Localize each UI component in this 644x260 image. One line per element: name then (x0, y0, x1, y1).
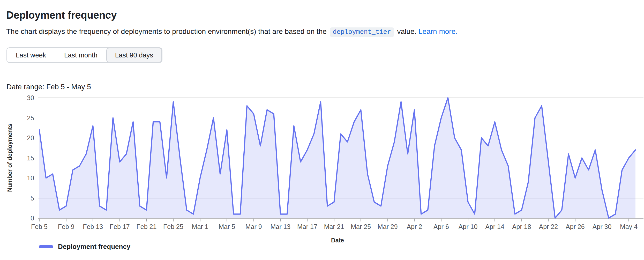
area-fill (39, 98, 635, 218)
y-tick-label-5: 5 (13, 194, 34, 202)
x-axis-title: Date (322, 237, 353, 244)
chart-plot-area[interactable] (39, 94, 636, 224)
y-tick-label-30: 30 (13, 94, 34, 102)
y-tick-label-15: 15 (13, 154, 34, 162)
legend-label: Deployment frequency (58, 243, 130, 251)
y-tick-label-0: 0 (13, 214, 34, 222)
y-tick-label-20: 20 (13, 134, 34, 142)
y-tick-label-25: 25 (13, 114, 34, 122)
deployment-frequency-page: Deployment frequency The chart displays … (0, 0, 644, 260)
y-tick-label-10: 10 (13, 174, 34, 182)
legend-swatch-icon (39, 245, 53, 248)
x-tick-label-may-4: May 4 (611, 223, 644, 231)
chart-legend: Deployment frequency (39, 243, 130, 251)
deployment-frequency-chart: 051015202530Feb 5Feb 9Feb 13Feb 17Feb 21… (0, 0, 644, 260)
y-axis-title: Number of deployments (6, 124, 13, 192)
